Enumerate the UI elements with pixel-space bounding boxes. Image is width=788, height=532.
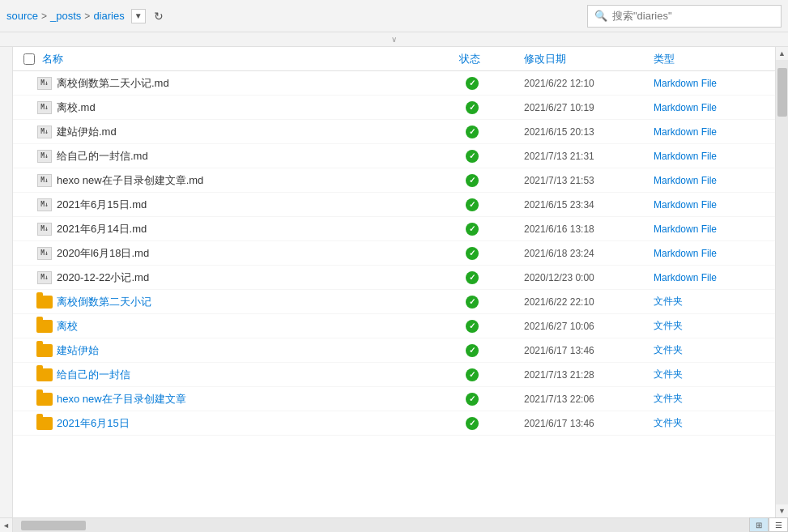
file-row[interactable]: M↓2021年6月15日.md✓2021/6/15 23:34Markdown … (13, 193, 775, 217)
status-check-icon: ✓ (466, 126, 479, 138)
scroll-track[interactable] (776, 60, 789, 504)
md-file-icon: M↓ (36, 123, 53, 141)
col-header-status[interactable]: 状态 (459, 52, 524, 66)
file-name: 2021年6月15日.md (57, 198, 459, 212)
file-row[interactable]: 离校✓2021/6/27 10:06文件夹 (13, 314, 775, 338)
folder-icon (36, 293, 53, 311)
status-check-icon: ✓ (466, 247, 479, 260)
select-all-checkbox[interactable] (19, 53, 39, 65)
status-check-icon: ✓ (466, 223, 479, 236)
list-view-button[interactable]: ☰ (769, 517, 788, 532)
bottom-bar: ◄ ► ⊞ ☰ (0, 517, 788, 532)
file-row[interactable]: M↓2020年l6月18日.md✓2021/6/18 23:24Markdown… (13, 241, 775, 266)
file-status: ✓ (459, 150, 524, 163)
status-check-icon: ✓ (466, 296, 479, 309)
file-row[interactable]: 离校倒数第二天小记✓2021/6/22 22:10文件夹 (13, 290, 775, 314)
status-check-icon: ✓ (466, 101, 479, 114)
breadcrumb-source[interactable]: source (6, 10, 38, 22)
file-status: ✓ (459, 101, 524, 114)
scroll-thumb[interactable] (777, 68, 787, 117)
md-file-icon: M↓ (36, 245, 53, 262)
file-date: 2021/6/27 10:06 (524, 321, 654, 332)
refresh-button[interactable]: ↻ (149, 6, 168, 26)
file-type: Markdown File (654, 223, 775, 235)
file-row[interactable]: M↓给自己的一封信.md✓2021/7/13 21:31Markdown Fil… (13, 144, 775, 168)
file-date: 2021/6/16 13:18 (524, 223, 654, 235)
file-type: Markdown File (654, 78, 775, 89)
file-type: Markdown File (654, 151, 775, 162)
file-name: 离校倒数第二天小记.md (57, 76, 459, 91)
file-status: ✓ (459, 368, 524, 381)
h-scroll-left-arrow[interactable]: ◄ (0, 518, 13, 533)
right-scrollbar[interactable]: ▲ ▼ (775, 47, 788, 517)
file-status: ✓ (459, 271, 524, 284)
breadcrumb-diaries[interactable]: diaries (93, 10, 124, 22)
search-input[interactable] (612, 10, 774, 22)
file-name: 给自己的一封信 (57, 368, 459, 382)
file-date: 2020/12/23 0:00 (524, 272, 654, 283)
file-row[interactable]: 2021年6月15日✓2021/6/17 13:46文件夹 (13, 411, 775, 436)
checkbox-all[interactable] (23, 53, 35, 65)
file-status: ✓ (459, 320, 524, 333)
file-status: ✓ (459, 247, 524, 260)
file-name: 离校.md (57, 100, 459, 115)
status-check-icon: ✓ (466, 150, 479, 163)
md-file-icon: M↓ (36, 74, 53, 92)
breadcrumb-dropdown-button[interactable]: ▼ (131, 9, 146, 23)
file-type: 文件夹 (654, 343, 775, 357)
file-name: 2021年6月14日.md (57, 222, 459, 236)
md-file-icon: M↓ (36, 147, 53, 165)
col-header-date[interactable]: 修改日期 (524, 52, 654, 66)
h-scroll-thumb[interactable] (21, 521, 86, 530)
file-row[interactable]: M↓2021年6月14日.md✓2021/6/16 13:18Markdown … (13, 217, 775, 241)
file-type: Markdown File (654, 102, 775, 113)
file-row[interactable]: hexo new在子目录创建文章✓2021/7/13 22:06文件夹 (13, 387, 775, 411)
breadcrumb-sep-2: > (84, 11, 90, 22)
file-date: 2021/6/27 10:19 (524, 102, 654, 113)
md-file-icon: M↓ (36, 99, 53, 117)
folder-icon (36, 342, 53, 360)
file-date: 2021/6/22 22:10 (524, 296, 654, 308)
file-name: 2020-12-22小记.md (57, 270, 459, 285)
folder-icon (36, 317, 53, 335)
scroll-up-arrow[interactable]: ▲ (776, 47, 789, 60)
grid-view-button[interactable]: ⊞ (749, 517, 769, 532)
status-check-icon: ✓ (466, 320, 479, 333)
column-headers: 名称 状态 修改日期 类型 (13, 47, 775, 71)
md-file-icon: M↓ (36, 220, 53, 238)
file-row[interactable]: M↓建站伊始.md✓2021/6/15 20:13Markdown File (13, 120, 775, 144)
file-status: ✓ (459, 223, 524, 236)
md-file-icon: M↓ (36, 269, 53, 287)
h-scroll-track[interactable] (13, 518, 775, 533)
file-type: Markdown File (654, 272, 775, 283)
file-row[interactable]: M↓2020-12-22小记.md✓2020/12/23 0:00Markdow… (13, 266, 775, 290)
status-check-icon: ✓ (466, 271, 479, 284)
col-header-name[interactable]: 名称 (42, 52, 459, 66)
scroll-indicator-arrow: ∨ (391, 35, 397, 44)
file-date: 2021/6/17 13:46 (524, 418, 654, 429)
status-check-icon: ✓ (466, 393, 479, 406)
file-type: Markdown File (654, 175, 775, 186)
file-status: ✓ (459, 393, 524, 406)
file-type: Markdown File (654, 126, 775, 138)
view-buttons: ⊞ ☰ (749, 517, 788, 532)
folder-icon (36, 390, 53, 408)
file-date: 2021/6/15 20:13 (524, 126, 654, 138)
left-scroll-area (0, 47, 13, 517)
md-file-icon: M↓ (36, 196, 53, 214)
col-header-type[interactable]: 类型 (654, 52, 775, 66)
file-row[interactable]: 建站伊始✓2021/6/17 13:46文件夹 (13, 338, 775, 363)
file-type: 文件夹 (654, 416, 775, 430)
file-name: hexo new在子目录创建文章 (57, 392, 459, 406)
file-status: ✓ (459, 77, 524, 90)
status-check-icon: ✓ (466, 417, 479, 430)
file-status: ✓ (459, 417, 524, 430)
breadcrumb-posts[interactable]: _posts (50, 10, 81, 22)
scroll-down-arrow[interactable]: ▼ (776, 504, 789, 517)
file-type: Markdown File (654, 199, 775, 211)
file-row[interactable]: 给自己的一封信✓2021/7/13 21:28文件夹 (13, 363, 775, 387)
file-status: ✓ (459, 126, 524, 138)
file-row[interactable]: M↓离校倒数第二天小记.md✓2021/6/22 12:10Markdown F… (13, 71, 775, 96)
file-row[interactable]: M↓hexo new在子目录创建文章.md✓2021/7/13 21:53Mar… (13, 168, 775, 193)
file-row[interactable]: M↓离校.md✓2021/6/27 10:19Markdown File (13, 96, 775, 120)
